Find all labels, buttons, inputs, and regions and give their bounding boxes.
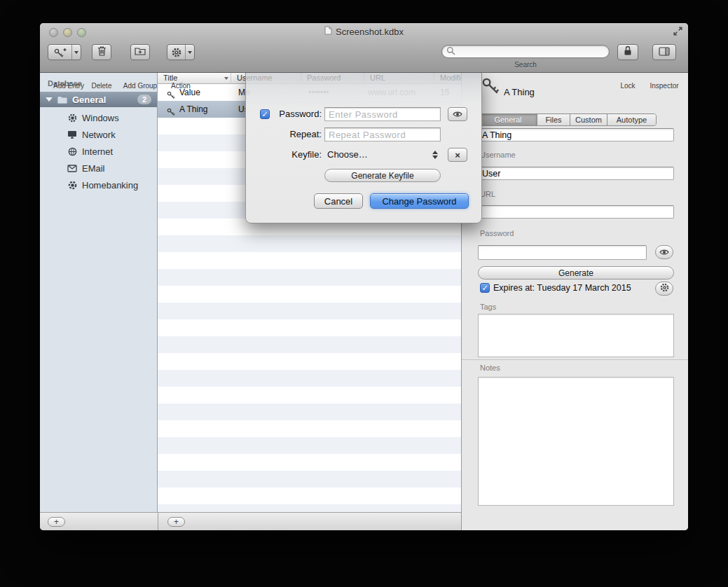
document-icon (324, 25, 332, 38)
cell-title: A Thing (179, 104, 207, 114)
sidebar-item-internet[interactable]: Internet (40, 143, 157, 160)
reveal-password-button[interactable] (655, 245, 673, 259)
search-field[interactable] (441, 45, 610, 58)
search-icon (446, 46, 455, 58)
disclosure-triangle-icon[interactable] (46, 97, 53, 102)
sidebar-item-label: Internet (82, 146, 113, 157)
tags-input[interactable] (478, 314, 674, 357)
inspector-panel-icon (659, 46, 670, 59)
sidebar-footer: + (40, 512, 158, 530)
sheet-password-label: Password: (273, 107, 322, 121)
folder-icon (57, 95, 68, 104)
titlebar-toolbar[interactable]: Screenshot.kdbx Add Entry (40, 23, 688, 73)
chevron-down-icon[interactable] (185, 45, 194, 60)
key-icon (167, 88, 175, 101)
popup-stepper-icon[interactable] (432, 151, 438, 159)
globe-icon (67, 147, 78, 156)
key-plus-icon (48, 45, 71, 60)
inspector-tabs: General Files Custom Autotype (479, 113, 657, 126)
window-title-area: Screenshot.kdbx (40, 26, 688, 37)
delete-button[interactable] (92, 44, 111, 60)
section-divider (462, 359, 688, 360)
sidebar-item-email[interactable]: EMail (40, 160, 157, 177)
tab-custom[interactable]: Custom (570, 114, 607, 125)
monitor-icon (67, 130, 78, 139)
trash-icon (97, 46, 107, 60)
sidebar-group-general[interactable]: General 2 (40, 92, 157, 107)
sidebar-group-label: General (72, 95, 106, 105)
desktop-background: Screenshot.kdbx Add Entry (0, 0, 728, 587)
eye-icon (453, 109, 462, 120)
sheet-keyfile-label: Keyfile: (273, 148, 322, 162)
search-input[interactable] (458, 46, 609, 57)
sidebar-item-label: EMail (82, 163, 105, 174)
inspector-button[interactable] (652, 44, 676, 60)
sidebar-item-windows[interactable]: Windows (40, 109, 157, 126)
chevron-down-icon[interactable] (71, 45, 81, 60)
gear-icon (67, 113, 78, 123)
inspector-panel: A Thing General Files Custom Autotype Us… (461, 73, 688, 530)
sheet-reveal-password-button[interactable] (448, 107, 467, 121)
sidebar: Database General 2 Windows Network (40, 73, 158, 512)
notes-label: Notes (480, 364, 500, 372)
sort-indicator-icon (224, 77, 228, 80)
username-label: Username (480, 151, 516, 159)
expires-checkbox[interactable]: ✓ (480, 283, 490, 293)
gear-icon (67, 181, 78, 190)
password-label: Password (480, 229, 514, 237)
password-field[interactable] (478, 245, 647, 260)
expires-options-button[interactable] (655, 282, 673, 296)
expires-label: Expires at: Tuesday 17 March 2015 (493, 283, 631, 293)
add-group-label: Add Group (119, 82, 161, 90)
window-title: Screenshot.kdbx (336, 27, 404, 37)
sidebar-item-network[interactable]: Network (40, 126, 157, 143)
generate-keyfile-button[interactable]: Generate Keyfile (324, 169, 441, 182)
sidebar-item-homebanking[interactable]: Homebanking (40, 177, 157, 193)
lock-icon (624, 46, 632, 59)
change-password-button[interactable]: Change Password (370, 193, 469, 209)
action-label: Action (167, 82, 195, 90)
add-group-button[interactable] (130, 44, 150, 60)
change-password-sheet: ✓ Password: Repeat: Keyfile: Choose… × G… (245, 73, 482, 223)
add-group-footer-button[interactable]: + (48, 517, 65, 527)
tags-label: Tags (480, 303, 496, 311)
add-entry-button[interactable] (48, 44, 81, 60)
tab-files[interactable]: Files (537, 114, 570, 125)
lock-label: Lock (617, 82, 638, 90)
delete-label: Delete (83, 82, 120, 90)
action-button[interactable] (167, 44, 195, 60)
sheet-password-input[interactable] (324, 107, 441, 121)
close-icon: × (455, 150, 460, 160)
gear-icon (167, 45, 185, 60)
inspector-label: Inspector (643, 82, 685, 90)
sidebar-item-label: Homebanking (82, 180, 138, 191)
key-icon (481, 77, 500, 98)
sidebar-item-label: Network (82, 130, 116, 140)
tab-general[interactable]: General (479, 114, 537, 125)
keyfile-popup[interactable]: Choose… (327, 148, 368, 162)
fullscreen-icon[interactable] (673, 26, 684, 37)
lock-button[interactable] (617, 44, 638, 60)
generate-password-button[interactable]: Generate (478, 266, 674, 279)
envelope-icon (67, 165, 78, 172)
sidebar-item-label: Windows (82, 113, 119, 123)
entry-list-footer: + (158, 512, 461, 530)
eye-icon (659, 246, 669, 258)
add-entry-footer-button[interactable]: + (167, 517, 185, 527)
gear-icon (660, 282, 669, 295)
folder-plus-icon (135, 46, 146, 59)
inspector-entry-title: A Thing (504, 87, 535, 97)
url-field[interactable] (478, 205, 674, 219)
app-window: Screenshot.kdbx Add Entry (40, 23, 688, 530)
entry-count-badge: 2 (137, 95, 151, 104)
url-label: URL (480, 190, 495, 198)
sheet-repeat-input[interactable] (324, 127, 441, 141)
username-field[interactable] (478, 167, 674, 180)
clear-keyfile-button[interactable]: × (448, 148, 467, 162)
enable-password-checkbox[interactable]: ✓ (260, 109, 270, 119)
notes-input[interactable] (478, 377, 674, 506)
title-field[interactable] (478, 128, 674, 141)
tab-autotype[interactable]: Autotype (607, 114, 656, 125)
search-label: Search (504, 61, 547, 69)
cancel-button[interactable]: Cancel (314, 193, 363, 209)
